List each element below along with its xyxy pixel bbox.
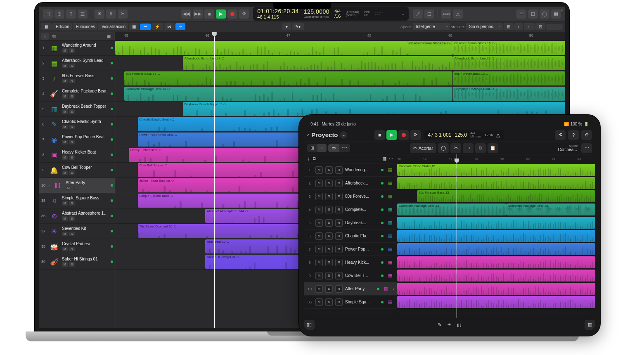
track-enable-dot[interactable] bbox=[111, 62, 113, 64]
record-enable-button[interactable]: R bbox=[335, 219, 343, 227]
metronome-button[interactable]: △ bbox=[453, 9, 463, 19]
record-button[interactable] bbox=[227, 9, 237, 19]
ipad-record-button[interactable] bbox=[398, 130, 409, 140]
ruler[interactable]: 454647484950 bbox=[115, 32, 565, 40]
grid-view-button[interactable]: ▦ bbox=[129, 23, 139, 30]
audio-region[interactable]: 80s Forever Bass.13⎔ bbox=[124, 71, 453, 85]
duplicate-track-button[interactable]: ⧉ bbox=[50, 33, 58, 40]
track-enable-dot[interactable] bbox=[111, 260, 113, 263]
track-enable-dot[interactable] bbox=[381, 248, 384, 251]
mute-button[interactable]: M bbox=[62, 64, 68, 68]
mute-button[interactable]: M bbox=[62, 232, 68, 236]
track-row[interactable]: 36 ⊚ Abstract Atmosphere 144 M S bbox=[39, 208, 115, 224]
waveform-zoom-button[interactable]: ⊞ bbox=[504, 23, 514, 30]
sliders-tool[interactable]: ⫿⫿ bbox=[457, 322, 462, 327]
add-track-button[interactable]: + bbox=[41, 33, 49, 40]
forward-button[interactable]: ▶▶ bbox=[193, 9, 203, 19]
track-enable-dot[interactable] bbox=[111, 108, 113, 110]
zoom-v-button[interactable]: ↕ bbox=[514, 23, 523, 30]
help-button[interactable]: ? bbox=[66, 9, 76, 19]
mute-button[interactable]: M bbox=[62, 216, 68, 221]
count-in-button[interactable]: 1234 bbox=[441, 9, 451, 19]
solo-button[interactable]: S bbox=[325, 166, 333, 174]
flex-button[interactable]: ⚡ bbox=[152, 23, 163, 30]
keyboard-button[interactable]: ▥ bbox=[585, 320, 595, 330]
display-mode-button[interactable]: ☀ bbox=[95, 9, 104, 19]
ipad-track-row[interactable]: 8 M S R Heavy Kick... ▦ bbox=[304, 256, 397, 269]
audio-region[interactable]: Complete Package Beat.13 bbox=[397, 204, 506, 215]
ipad-filter-button[interactable]: ▦ bbox=[382, 156, 386, 161]
audio-region[interactable]: Aftershock Synth Lead.9⎔ bbox=[453, 56, 566, 70]
mute-button[interactable]: M bbox=[62, 109, 68, 114]
solo-button[interactable]: S bbox=[69, 109, 75, 114]
audio-region[interactable] bbox=[397, 177, 595, 189]
track-enable-dot[interactable] bbox=[381, 235, 384, 237]
mute-button[interactable]: M bbox=[62, 125, 68, 129]
ipad-track-row[interactable]: 2 M S R Aftershock... ▦ bbox=[304, 177, 397, 190]
mixer-button[interactable]: ▯▯ bbox=[304, 320, 315, 330]
audio-region[interactable]: Complete Package Beat.14⎔ bbox=[453, 87, 566, 101]
solo-button[interactable]: S bbox=[325, 180, 333, 187]
ipad-help-button[interactable]: ? bbox=[568, 130, 579, 140]
track-row[interactable]: 4 🎸 Complete Package Beat M S bbox=[39, 86, 115, 102]
track-enable-dot[interactable] bbox=[111, 169, 113, 171]
track-enable-dot[interactable] bbox=[111, 138, 113, 141]
solo-button[interactable]: S bbox=[325, 298, 333, 306]
track-enable-dot[interactable] bbox=[381, 182, 384, 185]
audio-region[interactable] bbox=[397, 256, 595, 268]
zoom-slider[interactable] bbox=[546, 24, 563, 30]
solo-button[interactable]: S bbox=[69, 247, 75, 251]
mute-button[interactable]: M bbox=[62, 140, 68, 144]
track-enable-dot[interactable] bbox=[111, 184, 113, 187]
mute-button[interactable]: M bbox=[315, 166, 323, 174]
audio-region[interactable]: Cascade Piano Stabs.15 bbox=[397, 164, 595, 176]
solo-button[interactable]: S bbox=[69, 232, 75, 236]
ipad-add-track-button[interactable]: + bbox=[307, 156, 310, 162]
tuning-fork-icon[interactable] bbox=[106, 9, 116, 19]
track-enable-dot[interactable] bbox=[111, 47, 113, 49]
solo-button[interactable]: S bbox=[325, 285, 333, 293]
track-enable-dot[interactable] bbox=[111, 77, 113, 80]
track-enable-dot[interactable] bbox=[111, 245, 113, 248]
ipad-timeline[interactable]: 4546474849505152 Cascade Piano Stabs.158… bbox=[397, 154, 595, 318]
library-button[interactable] bbox=[43, 9, 53, 19]
audio-region[interactable] bbox=[397, 230, 595, 242]
ipad-track-row[interactable]: 6 M S R Chaotic Ela... ▦ bbox=[304, 230, 397, 243]
audio-region[interactable]: Complete Package Beat.14 bbox=[506, 204, 595, 215]
ipad-track-row[interactable]: 3 M S R 80s Foreve... ▦ bbox=[304, 190, 397, 203]
track-row[interactable]: 1 ▦ Wandering Around M S bbox=[39, 40, 115, 56]
track-enable-dot[interactable] bbox=[377, 288, 379, 290]
mute-button[interactable]: M bbox=[315, 246, 323, 253]
track-row[interactable]: 38 🥁 Crystal Pad.esi M S bbox=[39, 239, 115, 254]
solo-button[interactable]: S bbox=[69, 64, 75, 68]
ipad-track-row[interactable]: 1 M S R Wandering... ▦ bbox=[304, 163, 397, 177]
ipad-more-tracks-button[interactable]: ⋯ bbox=[389, 156, 393, 161]
audio-region[interactable]: 80s Forever Bass.13⎔ bbox=[453, 71, 566, 85]
record-enable-button[interactable]: R bbox=[335, 246, 343, 253]
mute-button[interactable]: M bbox=[66, 186, 71, 190]
record-enable-button[interactable]: R bbox=[335, 259, 343, 266]
solo-button[interactable]: S bbox=[69, 216, 75, 221]
mute-button[interactable]: M bbox=[62, 262, 68, 267]
mute-button[interactable]: M bbox=[315, 259, 323, 266]
ipad-stop-button[interactable]: ■ bbox=[374, 130, 385, 140]
record-enable-button[interactable]: R bbox=[335, 298, 343, 306]
playhead[interactable] bbox=[214, 32, 215, 328]
ipad-track-row[interactable]: 4 M S R Complete... ▦ bbox=[304, 203, 397, 216]
ipad-undo-button[interactable]: ⟲ bbox=[555, 130, 566, 140]
track-enable-dot[interactable] bbox=[381, 195, 384, 198]
track-row[interactable]: 39 🎻 Saber Hi Strings 01 M S bbox=[39, 254, 115, 270]
scissors-icon[interactable]: ✂ bbox=[118, 9, 128, 19]
track-enable-dot[interactable] bbox=[381, 275, 384, 277]
browser-button[interactable] bbox=[551, 9, 561, 19]
track-enable-dot[interactable] bbox=[381, 301, 384, 303]
mute-button[interactable]: M bbox=[62, 247, 68, 251]
pointer-tool[interactable]: ▾ bbox=[282, 23, 291, 30]
record-enable-button[interactable]: R bbox=[335, 180, 343, 187]
toolbar-button[interactable] bbox=[78, 9, 88, 19]
track-row[interactable]: 5 ▥ Daybreak Beach Topper M S bbox=[39, 102, 115, 117]
ipad-settings-button[interactable]: ⊖ bbox=[581, 130, 592, 140]
ipad-ruler[interactable]: 4546474849505152 bbox=[397, 154, 595, 163]
zoom-h-button[interactable]: ↔ bbox=[524, 23, 535, 30]
audio-region[interactable] bbox=[397, 243, 595, 255]
